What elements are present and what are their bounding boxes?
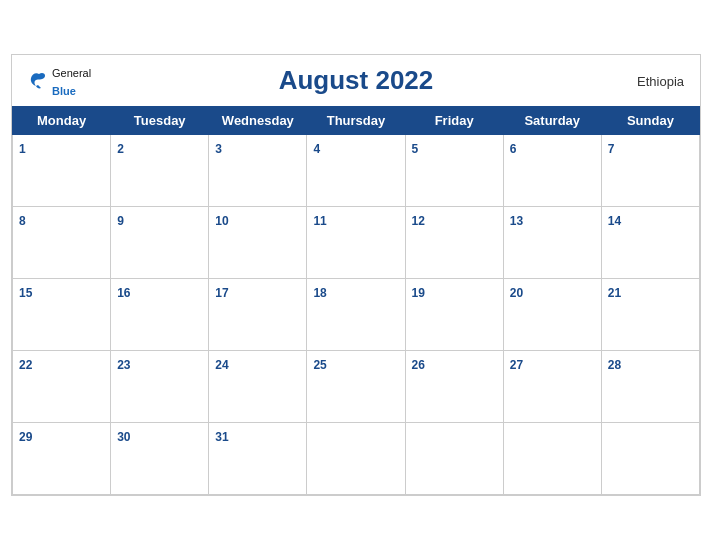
day-cell-1: 1: [13, 135, 111, 207]
day-cell-29: 29: [13, 423, 111, 495]
day-cell-2: 2: [111, 135, 209, 207]
day-number: 1: [19, 142, 26, 156]
day-cell-17: 17: [209, 279, 307, 351]
header-tuesday: Tuesday: [111, 107, 209, 135]
day-cell-15: 15: [13, 279, 111, 351]
day-cell-3: 3: [209, 135, 307, 207]
week-row-1: 1234567: [13, 135, 700, 207]
day-number: 22: [19, 358, 32, 372]
day-cell-26: 26: [405, 351, 503, 423]
day-number: 6: [510, 142, 517, 156]
day-cell-13: 13: [503, 207, 601, 279]
day-cell-6: 6: [503, 135, 601, 207]
day-number: 27: [510, 358, 523, 372]
day-cell-12: 12: [405, 207, 503, 279]
week-row-2: 891011121314: [13, 207, 700, 279]
day-number: 24: [215, 358, 228, 372]
day-cell-23: 23: [111, 351, 209, 423]
day-cell-11: 11: [307, 207, 405, 279]
day-number: 31: [215, 430, 228, 444]
day-number: 14: [608, 214, 621, 228]
day-cell-5: 5: [405, 135, 503, 207]
day-number: 11: [313, 214, 326, 228]
calendar-header: General Blue August 2022 Ethiopia: [12, 55, 700, 106]
day-number: 7: [608, 142, 615, 156]
day-cell-28: 28: [601, 351, 699, 423]
day-cell-18: 18: [307, 279, 405, 351]
day-number: 23: [117, 358, 130, 372]
day-number: 28: [608, 358, 621, 372]
header-saturday: Saturday: [503, 107, 601, 135]
day-number: 18: [313, 286, 326, 300]
logo-general: General: [52, 67, 91, 79]
day-cell-20: 20: [503, 279, 601, 351]
day-cell-30: 30: [111, 423, 209, 495]
day-cell-empty: [601, 423, 699, 495]
day-number: 19: [412, 286, 425, 300]
day-cell-19: 19: [405, 279, 503, 351]
country-label: Ethiopia: [637, 73, 684, 88]
day-number: 2: [117, 142, 124, 156]
day-number: 29: [19, 430, 32, 444]
calendar-container: General Blue August 2022 Ethiopia Monday…: [11, 54, 701, 496]
day-number: 25: [313, 358, 326, 372]
logo-bird-icon: [28, 70, 50, 92]
day-cell-21: 21: [601, 279, 699, 351]
day-number: 17: [215, 286, 228, 300]
header-friday: Friday: [405, 107, 503, 135]
day-cell-24: 24: [209, 351, 307, 423]
logo-blue: Blue: [52, 85, 76, 97]
calendar-grid: Monday Tuesday Wednesday Thursday Friday…: [12, 106, 700, 495]
week-row-5: 293031: [13, 423, 700, 495]
header-thursday: Thursday: [307, 107, 405, 135]
day-cell-14: 14: [601, 207, 699, 279]
day-number: 8: [19, 214, 26, 228]
weekday-header-row: Monday Tuesday Wednesday Thursday Friday…: [13, 107, 700, 135]
logo-text: General Blue: [52, 63, 91, 99]
day-cell-empty: [503, 423, 601, 495]
day-number: 21: [608, 286, 621, 300]
day-cell-8: 8: [13, 207, 111, 279]
calendar-title: August 2022: [279, 65, 434, 96]
day-number: 9: [117, 214, 124, 228]
day-cell-31: 31: [209, 423, 307, 495]
day-number: 15: [19, 286, 32, 300]
day-cell-25: 25: [307, 351, 405, 423]
day-cell-empty: [307, 423, 405, 495]
logo: General Blue: [28, 63, 91, 99]
day-number: 4: [313, 142, 320, 156]
day-number: 30: [117, 430, 130, 444]
day-number: 12: [412, 214, 425, 228]
day-cell-4: 4: [307, 135, 405, 207]
day-number: 10: [215, 214, 228, 228]
header-sunday: Sunday: [601, 107, 699, 135]
day-cell-10: 10: [209, 207, 307, 279]
day-cell-9: 9: [111, 207, 209, 279]
day-cell-16: 16: [111, 279, 209, 351]
day-number: 5: [412, 142, 419, 156]
week-row-3: 15161718192021: [13, 279, 700, 351]
day-number: 26: [412, 358, 425, 372]
day-cell-27: 27: [503, 351, 601, 423]
week-row-4: 22232425262728: [13, 351, 700, 423]
day-number: 16: [117, 286, 130, 300]
header-monday: Monday: [13, 107, 111, 135]
day-cell-22: 22: [13, 351, 111, 423]
day-number: 20: [510, 286, 523, 300]
day-cell-empty: [405, 423, 503, 495]
day-number: 13: [510, 214, 523, 228]
day-cell-7: 7: [601, 135, 699, 207]
header-wednesday: Wednesday: [209, 107, 307, 135]
day-number: 3: [215, 142, 222, 156]
